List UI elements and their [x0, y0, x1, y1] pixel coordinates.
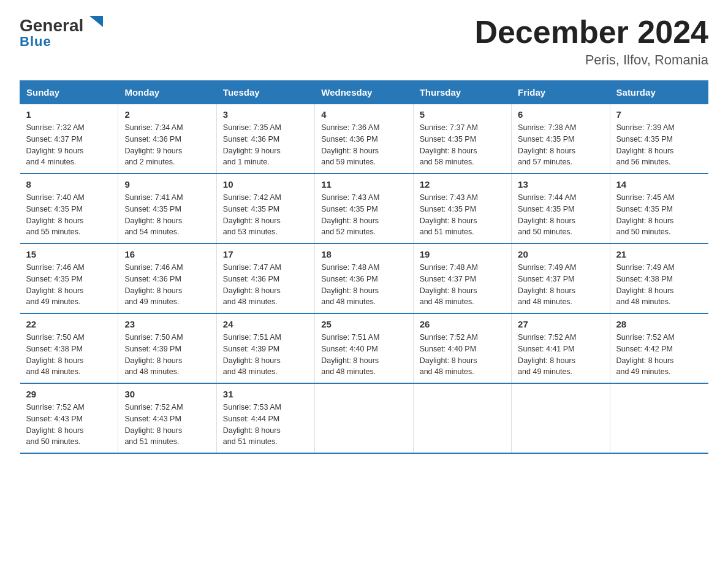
day-number: 16 — [124, 249, 210, 259]
day-number: 19 — [420, 249, 505, 259]
day-cell: 14Sunrise: 7:45 AM Sunset: 4:35 PM Dayli… — [610, 174, 708, 243]
day-cell: 11Sunrise: 7:43 AM Sunset: 4:35 PM Dayli… — [315, 174, 413, 243]
day-info: Sunrise: 7:32 AM Sunset: 4:37 PM Dayligh… — [26, 122, 112, 168]
day-number: 1 — [26, 109, 112, 120]
day-info: Sunrise: 7:37 AM Sunset: 4:35 PM Dayligh… — [420, 122, 505, 168]
week-row-1: 1Sunrise: 7:32 AM Sunset: 4:37 PM Daylig… — [20, 104, 708, 174]
day-info: Sunrise: 7:49 AM Sunset: 4:37 PM Dayligh… — [518, 262, 603, 308]
day-number: 13 — [518, 179, 603, 190]
day-cell: 19Sunrise: 7:48 AM Sunset: 4:37 PM Dayli… — [413, 243, 511, 313]
day-cell: 4Sunrise: 7:36 AM Sunset: 4:36 PM Daylig… — [315, 104, 413, 174]
day-number: 30 — [124, 389, 210, 399]
week-row-3: 15Sunrise: 7:46 AM Sunset: 4:35 PM Dayli… — [20, 243, 708, 313]
day-info: Sunrise: 7:35 AM Sunset: 4:36 PM Dayligh… — [223, 122, 308, 168]
logo-general-text: General — [20, 16, 83, 36]
week-row-5: 29Sunrise: 7:52 AM Sunset: 4:43 PM Dayli… — [20, 383, 708, 453]
week-row-2: 8Sunrise: 7:40 AM Sunset: 4:35 PM Daylig… — [20, 174, 708, 243]
day-info: Sunrise: 7:36 AM Sunset: 4:36 PM Dayligh… — [321, 122, 406, 168]
day-number: 27 — [518, 319, 603, 329]
day-number: 31 — [223, 389, 308, 399]
day-number: 26 — [420, 319, 505, 329]
day-info: Sunrise: 7:50 AM Sunset: 4:38 PM Dayligh… — [26, 332, 112, 378]
day-number: 5 — [420, 109, 505, 120]
svg-marker-0 — [89, 16, 103, 27]
day-cell: 6Sunrise: 7:38 AM Sunset: 4:35 PM Daylig… — [512, 104, 610, 174]
day-number: 17 — [223, 249, 308, 259]
day-number: 9 — [124, 179, 210, 190]
logo-blue-text: Blue — [20, 34, 51, 50]
day-number: 29 — [26, 389, 112, 399]
day-info: Sunrise: 7:51 AM Sunset: 4:40 PM Dayligh… — [321, 332, 406, 378]
day-number: 25 — [321, 319, 406, 329]
week-row-4: 22Sunrise: 7:50 AM Sunset: 4:38 PM Dayli… — [20, 313, 708, 383]
day-cell: 18Sunrise: 7:48 AM Sunset: 4:36 PM Dayli… — [315, 243, 413, 313]
day-number: 24 — [223, 319, 308, 329]
day-cell: 25Sunrise: 7:51 AM Sunset: 4:40 PM Dayli… — [315, 313, 413, 383]
weekday-header-monday: Monday — [118, 81, 216, 104]
day-number: 3 — [223, 109, 308, 120]
day-cell: 8Sunrise: 7:40 AM Sunset: 4:35 PM Daylig… — [20, 174, 118, 243]
day-number: 6 — [518, 109, 603, 120]
day-info: Sunrise: 7:52 AM Sunset: 4:43 PM Dayligh… — [124, 402, 210, 448]
day-number: 11 — [321, 179, 406, 190]
day-info: Sunrise: 7:46 AM Sunset: 4:35 PM Dayligh… — [26, 262, 112, 308]
day-cell: 10Sunrise: 7:42 AM Sunset: 4:35 PM Dayli… — [216, 174, 314, 243]
day-cell: 2Sunrise: 7:34 AM Sunset: 4:36 PM Daylig… — [118, 104, 216, 174]
day-info: Sunrise: 7:49 AM Sunset: 4:38 PM Dayligh… — [616, 262, 702, 308]
day-number: 12 — [420, 179, 505, 190]
day-cell: 9Sunrise: 7:41 AM Sunset: 4:35 PM Daylig… — [118, 174, 216, 243]
day-number: 18 — [321, 249, 406, 259]
day-info: Sunrise: 7:46 AM Sunset: 4:36 PM Dayligh… — [124, 262, 210, 308]
day-cell: 28Sunrise: 7:52 AM Sunset: 4:42 PM Dayli… — [610, 313, 708, 383]
day-info: Sunrise: 7:41 AM Sunset: 4:35 PM Dayligh… — [124, 192, 210, 238]
logo-triangle-icon — [85, 15, 104, 32]
day-info: Sunrise: 7:52 AM Sunset: 4:41 PM Dayligh… — [518, 332, 603, 378]
day-info: Sunrise: 7:43 AM Sunset: 4:35 PM Dayligh… — [321, 192, 406, 238]
day-info: Sunrise: 7:51 AM Sunset: 4:39 PM Dayligh… — [223, 332, 308, 378]
day-info: Sunrise: 7:38 AM Sunset: 4:35 PM Dayligh… — [518, 122, 603, 168]
day-info: Sunrise: 7:48 AM Sunset: 4:36 PM Dayligh… — [321, 262, 406, 308]
day-info: Sunrise: 7:52 AM Sunset: 4:42 PM Dayligh… — [616, 332, 702, 378]
day-number: 14 — [616, 179, 702, 190]
page-header: General Blue December 2024 Peris, Ilfov,… — [20, 15, 708, 68]
day-cell: 31Sunrise: 7:53 AM Sunset: 4:44 PM Dayli… — [216, 383, 314, 453]
day-cell: 3Sunrise: 7:35 AM Sunset: 4:36 PM Daylig… — [216, 104, 314, 174]
day-info: Sunrise: 7:42 AM Sunset: 4:35 PM Dayligh… — [223, 192, 308, 238]
day-cell: 27Sunrise: 7:52 AM Sunset: 4:41 PM Dayli… — [512, 313, 610, 383]
day-info: Sunrise: 7:43 AM Sunset: 4:35 PM Dayligh… — [420, 192, 505, 238]
day-info: Sunrise: 7:50 AM Sunset: 4:39 PM Dayligh… — [124, 332, 210, 378]
day-cell — [512, 383, 610, 453]
day-cell: 7Sunrise: 7:39 AM Sunset: 4:35 PM Daylig… — [610, 104, 708, 174]
day-cell: 17Sunrise: 7:47 AM Sunset: 4:36 PM Dayli… — [216, 243, 314, 313]
day-number: 15 — [26, 249, 112, 259]
main-title: December 2024 — [474, 15, 708, 50]
weekday-header-row: SundayMondayTuesdayWednesdayThursdayFrid… — [20, 81, 708, 104]
day-cell — [413, 383, 511, 453]
day-cell: 16Sunrise: 7:46 AM Sunset: 4:36 PM Dayli… — [118, 243, 216, 313]
day-number: 10 — [223, 179, 308, 190]
weekday-header-tuesday: Tuesday — [216, 81, 314, 104]
day-info: Sunrise: 7:39 AM Sunset: 4:35 PM Dayligh… — [616, 122, 702, 168]
day-number: 4 — [321, 109, 406, 120]
day-info: Sunrise: 7:53 AM Sunset: 4:44 PM Dayligh… — [223, 402, 308, 448]
day-info: Sunrise: 7:44 AM Sunset: 4:35 PM Dayligh… — [518, 192, 603, 238]
weekday-header-thursday: Thursday — [413, 81, 511, 104]
day-info: Sunrise: 7:52 AM Sunset: 4:40 PM Dayligh… — [420, 332, 505, 378]
day-info: Sunrise: 7:47 AM Sunset: 4:36 PM Dayligh… — [223, 262, 308, 308]
day-number: 8 — [26, 179, 112, 190]
day-cell: 30Sunrise: 7:52 AM Sunset: 4:43 PM Dayli… — [118, 383, 216, 453]
day-cell: 29Sunrise: 7:52 AM Sunset: 4:43 PM Dayli… — [20, 383, 118, 453]
day-cell: 24Sunrise: 7:51 AM Sunset: 4:39 PM Dayli… — [216, 313, 314, 383]
day-cell — [610, 383, 708, 453]
day-info: Sunrise: 7:34 AM Sunset: 4:36 PM Dayligh… — [124, 122, 210, 168]
day-number: 21 — [616, 249, 702, 259]
day-cell: 12Sunrise: 7:43 AM Sunset: 4:35 PM Dayli… — [413, 174, 511, 243]
weekday-header-friday: Friday — [512, 81, 610, 104]
calendar-table: SundayMondayTuesdayWednesdayThursdayFrid… — [20, 80, 708, 454]
day-cell: 23Sunrise: 7:50 AM Sunset: 4:39 PM Dayli… — [118, 313, 216, 383]
day-info: Sunrise: 7:52 AM Sunset: 4:43 PM Dayligh… — [26, 402, 112, 448]
day-cell: 1Sunrise: 7:32 AM Sunset: 4:37 PM Daylig… — [20, 104, 118, 174]
day-cell: 20Sunrise: 7:49 AM Sunset: 4:37 PM Dayli… — [512, 243, 610, 313]
title-area: December 2024 Peris, Ilfov, Romania — [474, 15, 708, 68]
day-cell: 22Sunrise: 7:50 AM Sunset: 4:38 PM Dayli… — [20, 313, 118, 383]
